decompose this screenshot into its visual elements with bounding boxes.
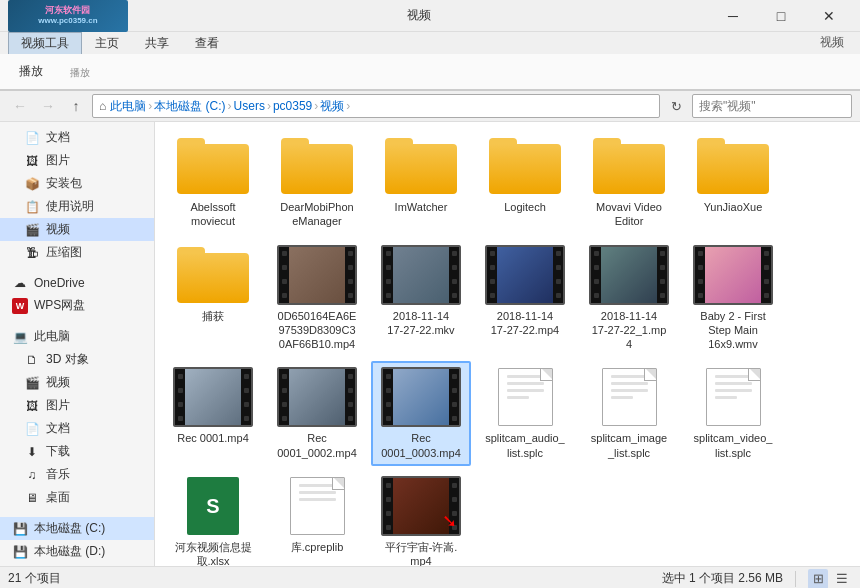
sidebar-item-packages[interactable]: 📦安装包 [0,172,154,195]
sidebar-item-wps[interactable]: WWPS网盘 [0,294,154,317]
sidebar-icon-videos: 🎬 [24,222,40,238]
file-item-splitcamimage[interactable]: splitcam_image _list.splc [579,361,679,466]
search-input[interactable] [693,99,852,113]
sidebar-item-desktop[interactable]: 🖥桌面 [0,486,154,509]
sidebar-item-instructions[interactable]: 📋使用说明 [0,195,154,218]
sidebar-item-locald[interactable]: 💾本地磁盘 (D:) [0,540,154,563]
forward-button[interactable]: → [36,94,60,118]
ribbon: 视频工具 主页 共享 查看 视频 播放 播放 [0,32,860,91]
address-disk[interactable]: 本地磁盘 (C:) [154,98,225,115]
splc-icon-splitcamimage [602,368,657,426]
file-grid: Abelssoft moviecut DearMobiPhon eManager… [163,130,852,566]
address-videos[interactable]: 视频 [320,98,344,115]
view-controls: ⊞ ☰ [808,569,852,589]
sidebar-label-locald: 本地磁盘 (D:) [34,543,105,560]
video-thumb-vid2018mkv [381,245,461,305]
file-label-rec00010003: Rec 0001_0003.mp4 [381,431,461,460]
address-sep2: › [228,99,232,113]
file-item-splitcamaudio[interactable]: splitcam_audio_ list.splc [475,361,575,466]
sidebar-label-3dobjects: 3D 对象 [46,351,89,368]
file-item-hetong[interactable]: S 河东视频信息提 取.xlsx [163,470,263,566]
file-item-rec0001[interactable]: Rec 0001.mp4 [163,361,263,466]
sidebar-icon-zip: 🗜 [24,245,40,261]
sidebar-icon-thispc: 💻 [12,329,28,345]
sidebar-icon-desktop: 🖥 [24,490,40,506]
tab-main[interactable]: 主页 [82,32,132,54]
sidebar-item-pictures[interactable]: 🖼图片 [0,149,154,172]
sidebar-item-docs2[interactable]: 📄文档 [0,417,154,440]
xlsx-icon-hetong: S [187,477,239,535]
file-item-abelssoft[interactable]: Abelssoft moviecut [163,130,263,235]
file-item-dearmobi[interactable]: DearMobiPhon eManager [267,130,367,235]
close-button[interactable]: ✕ [806,3,852,29]
tab-video[interactable]: 视频 [812,31,852,54]
splc-icon-splitcamvideo [706,368,761,426]
file-item-buhuo[interactable]: 捕获 [163,239,263,358]
refresh-button[interactable]: ↻ [664,94,688,118]
minimize-button[interactable]: ─ [710,3,756,29]
tab-share[interactable]: 共享 [132,32,182,54]
sidebar-label-videos2: 视频 [46,374,70,391]
file-item-movavi[interactable]: Movavi Video Editor [579,130,679,235]
sidebar-icon-locald: 💾 [12,544,28,560]
sidebar-item-localc[interactable]: 💾本地磁盘 (C:) [0,517,154,540]
sidebar-icon-pictures2: 🖼 [24,398,40,414]
folder-icon-dearmobi [281,138,353,194]
address-pc[interactable]: 此电脑 [110,98,146,115]
file-item-rec00010002[interactable]: Rec 0001_0002.mp4 [267,361,367,466]
address-users[interactable]: Users [234,99,265,113]
sidebar-item-downloads[interactable]: ⬇下载 [0,440,154,463]
sidebar-item-pictures2[interactable]: 🖼图片 [0,394,154,417]
up-button[interactable]: ↑ [64,94,88,118]
sidebar-icon-pictures: 🖼 [24,153,40,169]
list-view-button[interactable]: ☰ [832,569,852,589]
sidebar-label-wps: WPS网盘 [34,297,85,314]
sidebar-item-3dobjects[interactable]: 🗋3D 对象 [0,348,154,371]
file-item-imwatcher[interactable]: ImWatcher [371,130,471,235]
sidebar-separator [0,509,154,517]
status-selected-info: 选中 1 个项目 2.56 MB [662,570,783,587]
sidebar-label-pictures2: 图片 [46,397,70,414]
sidebar-icon-wps: W [12,298,28,314]
back-button[interactable]: ← [8,94,32,118]
main-layout: 📄文档🖼图片📦安装包📋使用说明🎬视频🗜压缩图☁OneDriveWWPS网盘💻此电… [0,122,860,566]
grid-view-button[interactable]: ⊞ [808,569,828,589]
sidebar-item-documents[interactable]: 📄文档 [0,126,154,149]
file-item-vid0d65[interactable]: 0D650164EA6E 97539D8309C3 0AF66B10.mp4 [267,239,367,358]
doc-icon-cprelib [290,477,345,535]
file-label-splitcamvideo: splitcam_video_ list.splc [694,431,773,460]
file-item-cprelib[interactable]: 库.cpreplib [267,470,367,566]
maximize-button[interactable]: □ [758,3,804,29]
file-item-vid2018mp42[interactable]: 2018-11-14 17-27-22_1.mp 4 [579,239,679,358]
file-label-baby2: Baby 2 - First Step Main 16x9.wmv [700,309,765,352]
file-item-vid2018mp4[interactable]: 2018-11-14 17-27-22.mp4 [475,239,575,358]
status-item-count: 21 个项目 [8,570,654,587]
file-item-logitech[interactable]: Logitech [475,130,575,235]
file-label-logitech: Logitech [504,200,546,214]
file-item-rec00010003[interactable]: Rec 0001_0003.mp4 [371,361,471,466]
sidebar-item-videos2[interactable]: 🎬视频 [0,371,154,394]
sidebar-item-videos[interactable]: 🎬视频 [0,218,154,241]
ribbon-group-play: 播放 [8,58,54,85]
file-item-yunjiao[interactable]: YunJiaoXue [683,130,783,235]
file-label-movavi: Movavi Video Editor [596,200,662,229]
tab-video-tools[interactable]: 视频工具 [8,32,82,54]
play-button[interactable]: 播放 [8,58,54,85]
file-item-vid2018mkv[interactable]: 2018-11-14 17-27-22.mkv [371,239,471,358]
sidebar-item-onedrive[interactable]: ☁OneDrive [0,272,154,294]
file-item-baby2[interactable]: Baby 2 - First Step Main 16x9.wmv [683,239,783,358]
title-bar: 河东软件园 www.pc0359.cn 视频 ─ □ ✕ [0,0,860,32]
address-user[interactable]: pc0359 [273,99,312,113]
status-bar: 21 个项目 选中 1 个项目 2.56 MB ⊞ ☰ [0,566,860,588]
sidebar-label-onedrive: OneDrive [34,276,85,290]
sidebar-item-music[interactable]: ♫音乐 [0,463,154,486]
sidebar-label-pictures: 图片 [46,152,70,169]
sidebar-item-thispc[interactable]: 💻此电脑 [0,325,154,348]
file-item-splitcamvideo[interactable]: splitcam_video_ list.splc [683,361,783,466]
address-bar[interactable]: ⌂ 此电脑 › 本地磁盘 (C:) › Users › pc0359 › 视频 … [92,94,660,118]
tab-view[interactable]: 查看 [182,32,232,54]
video-thumb-vid0d65 [277,245,357,305]
sidebar-item-zip[interactable]: 🗜压缩图 [0,241,154,264]
file-item-hebing[interactable]: ➘ 平行宇宙-许嵩. mp4 [371,470,471,566]
folder-icon-movavi [593,138,665,194]
